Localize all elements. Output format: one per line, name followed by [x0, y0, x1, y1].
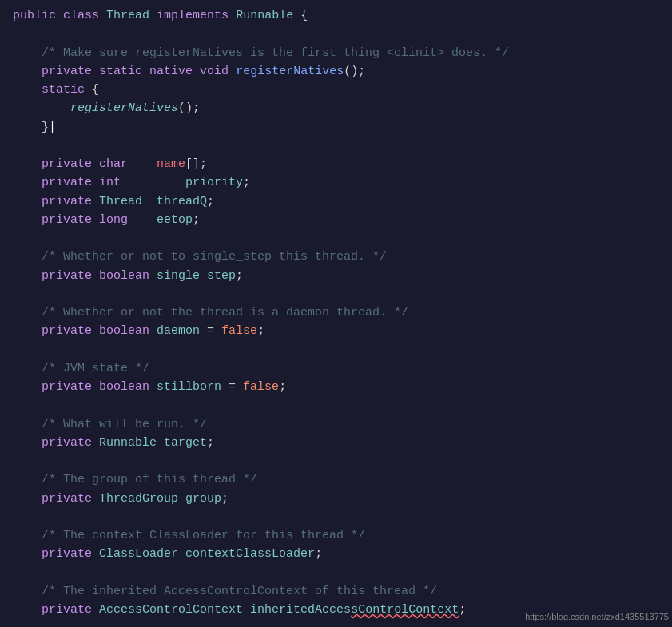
code-line-29: /* The context ClassLoader for this thre… [13, 526, 672, 545]
code-line-30: private ClassLoader contextClassLoader; [13, 545, 672, 563]
code-line-20: /* JVM state */ [13, 359, 672, 378]
code-line-17: /* Whether or not the thread is a daemon… [13, 304, 672, 322]
code-line-24: private Runnable target; [13, 434, 672, 452]
watermark: https://blog.csdn.net/zxd1435513775 [525, 610, 669, 624]
code-line-15: private boolean single_step; [13, 267, 672, 285]
code-line-27: private ThreadGroup group; [13, 490, 672, 508]
code-line-10: private int priority; [13, 173, 672, 192]
code-line-9: private char name[]; [13, 155, 672, 173]
code-line-31 [13, 564, 672, 582]
code-line-19 [13, 341, 672, 359]
code-line-11: private Thread threadQ; [13, 192, 672, 211]
code-line-26: /* The group of this thread */ [13, 470, 672, 489]
code-line-16 [13, 285, 672, 304]
code-line-28 [13, 508, 672, 526]
code-line-7: }| [13, 118, 672, 137]
code-line-32: /* The inherited AccessControlContext of… [13, 582, 672, 601]
code-line-5: static { [13, 81, 672, 99]
code-line-2 [13, 25, 672, 43]
code-line-21: private boolean stillborn = false; [13, 378, 672, 396]
code-line-13 [13, 229, 672, 248]
code-line-23: /* What will be run. */ [13, 415, 672, 434]
code-line-18: private boolean daemon = false; [13, 322, 672, 340]
code-line-8 [13, 137, 672, 155]
code-line-3: /* Make sure registerNatives is the firs… [13, 44, 672, 62]
code-line-4: private static native void registerNativ… [13, 62, 672, 81]
code-line-22 [13, 396, 672, 415]
code-line-25 [13, 452, 672, 470]
code-line-6: registerNatives(); [13, 99, 672, 117]
code-line-12: private long eetop; [13, 211, 672, 229]
code-line-1: public class Thread implements Runnable … [13, 6, 672, 25]
code-editor: public class Thread implements Runnable … [0, 0, 672, 627]
code-line-14: /* Whether or not to single_step this th… [13, 248, 672, 266]
